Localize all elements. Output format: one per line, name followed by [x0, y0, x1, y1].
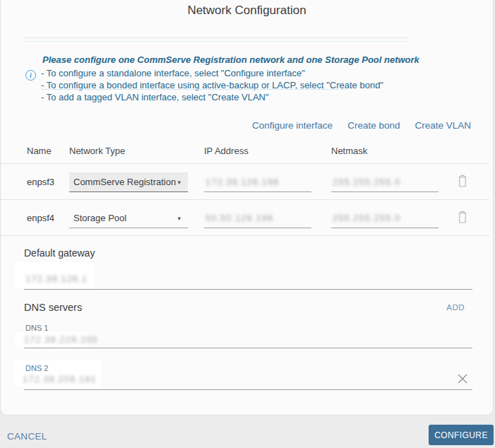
create-vlan-link[interactable]: Create VLAN [415, 120, 471, 131]
default-gateway-input[interactable]: 172.39.126.1 [15, 262, 94, 288]
close-icon [455, 372, 470, 386]
netmask-value: 255.255.255.0 [333, 213, 400, 223]
info-icon: i [25, 70, 36, 81]
interface-table: enpsf3 CommServe Registration ▾ 172.39.1… [1, 163, 489, 236]
netmask-input[interactable]: 255.255.255.0 [331, 172, 439, 192]
input-underline [24, 348, 472, 348]
configure-button[interactable]: CONFIGURE [429, 425, 494, 445]
network-type-selected-value: CommServe Registration [73, 177, 176, 187]
table-row: enpsf4 Storage Pool ▾ 50.50.126.196 255.… [1, 200, 489, 236]
dns2-input[interactable]: DNS 2 172.39.209.181 [13, 360, 101, 387]
info-headline: Please configure one CommServe Registrat… [41, 54, 436, 66]
create-bond-link[interactable]: Create bond [347, 120, 400, 131]
dns1-value: 172.39.229.200 [15, 334, 97, 345]
table-row: enpsf3 CommServe Registration ▾ 172.39.1… [1, 164, 489, 200]
input-underline [24, 289, 472, 290]
info-bullet-vlan: - To add a tagged VLAN interface, select… [41, 91, 436, 103]
ip-address-input[interactable]: 50.50.126.196 [204, 208, 311, 228]
divider [41, 89, 346, 90]
network-type-select[interactable]: Storage Pool ▾ [69, 208, 188, 228]
divider [23, 37, 409, 38]
input-underline [24, 389, 472, 390]
dns-servers-heading: DNS servers [24, 302, 82, 313]
netmask-input[interactable]: 255.255.255.0 [331, 208, 439, 228]
column-header-ip-address: IP Address [204, 146, 249, 156]
network-configuration-dialog: Network Configuration i Please configure… [0, 0, 495, 448]
trash-icon [457, 211, 468, 224]
add-dns-button[interactable]: ADD [446, 303, 465, 312]
info-panel: Please configure one CommServe Registrat… [41, 54, 436, 103]
column-header-network-type: Network Type [69, 146, 125, 156]
trash-icon [457, 175, 468, 188]
divider [23, 41, 409, 42]
dns2-label: DNS 2 [25, 364, 48, 372]
ip-address-input[interactable]: 172.39.126.196 [204, 172, 311, 192]
netmask-value: 255.255.255.0 [333, 177, 400, 187]
column-header-netmask: Netmask [331, 146, 367, 156]
delete-interface-button[interactable] [457, 175, 470, 189]
network-type-select[interactable]: CommServe Registration ▾ [69, 172, 188, 192]
chevron-down-icon: ▾ [177, 179, 181, 186]
column-header-name: Name [27, 146, 52, 156]
info-bullet-standalone: - To configure a standalone interface, s… [41, 67, 436, 79]
network-type-selected-value: Storage Pool [73, 213, 126, 223]
ip-address-value: 172.39.126.196 [205, 177, 279, 187]
chevron-down-icon: ▾ [177, 215, 181, 222]
dns1-input[interactable]: 172.39.229.200 [15, 332, 88, 347]
configure-interface-link[interactable]: Configure interface [252, 120, 333, 131]
interface-name: enpsf3 [27, 177, 54, 187]
dns2-value: 172.39.209.181 [23, 374, 96, 384]
remove-dns2-button[interactable] [455, 372, 471, 387]
default-gateway-value: 172.39.126.1 [15, 273, 88, 288]
default-gateway-label: Default gateway [24, 247, 95, 259]
ip-address-value: 50.50.126.196 [205, 213, 273, 223]
interface-actions: Configure interface Create bond Create V… [252, 120, 471, 131]
cancel-button[interactable]: CANCEL [7, 431, 47, 442]
dialog-card: Network Configuration i Please configure… [0, 0, 494, 415]
interface-name: enpsf4 [27, 213, 54, 223]
page-title: Network Configuration [1, 4, 493, 18]
dns1-label: DNS 1 [25, 324, 48, 332]
delete-interface-button[interactable] [457, 211, 470, 225]
